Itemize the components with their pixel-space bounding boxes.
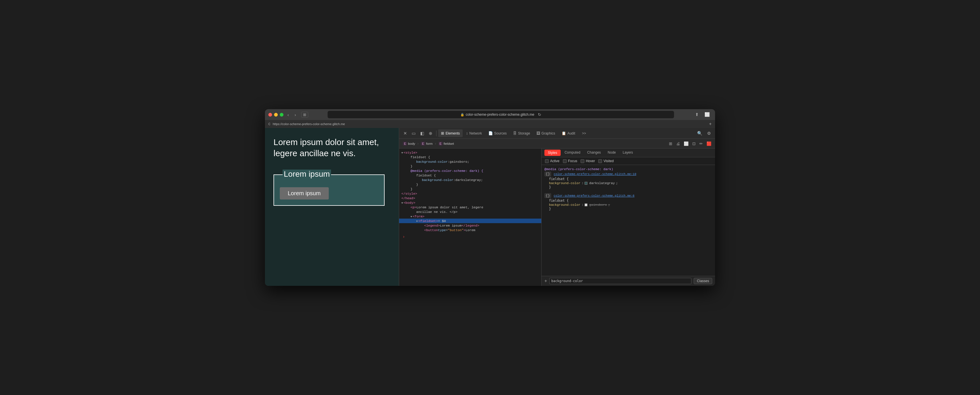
add-tab-button[interactable]: + <box>709 121 712 127</box>
json-icon-2[interactable]: {} <box>544 193 551 198</box>
styles-content[interactable]: @media (prefers-color-scheme: dark) {} c… <box>542 165 715 276</box>
minimize-button[interactable] <box>274 113 278 116</box>
elements-icon: ⊞ <box>441 131 444 135</box>
sources-label: Sources <box>494 131 507 135</box>
rule1-close-brace: } <box>544 185 712 189</box>
el-fieldset-selector[interactable]: fieldset { <box>399 155 541 159</box>
el-brace1[interactable]: } <box>399 164 541 169</box>
el-bg-darkslate[interactable]: background-color: darkslategray; <box>399 178 541 182</box>
close-button[interactable] <box>268 113 272 116</box>
el-fieldset2[interactable]: fieldset { <box>399 173 541 178</box>
reload-button[interactable]: ↻ <box>538 112 541 117</box>
tab-more[interactable]: >> <box>579 130 589 137</box>
console-prompt[interactable]: › <box>399 232 541 241</box>
pseudo-states-bar: Active Focus Hover Visited <box>542 157 715 165</box>
expand-fieldset[interactable]: ▼ <box>416 220 418 223</box>
url-bar[interactable]: 🔒 color-scheme-prefers-color-scheme.glit… <box>328 111 674 118</box>
focus-checkbox[interactable] <box>563 159 566 163</box>
el-style-close[interactable]: </style> <box>399 191 541 196</box>
bc-tool-grid[interactable]: ⊞ <box>668 140 674 147</box>
visited-checkbox[interactable] <box>598 159 602 163</box>
dock-left-button[interactable]: ◧ <box>418 130 426 137</box>
el-button[interactable]: <button type="button" > Lorem <box>399 228 541 232</box>
tab-node[interactable]: Node <box>604 148 619 157</box>
swatch-gainsboro[interactable] <box>585 204 587 206</box>
webpage-fieldset: Lorem ipsum Lorem ipsum <box>274 170 385 206</box>
el-p-text2[interactable]: ancillae ne vis. </p> <box>399 209 541 214</box>
tab-elements[interactable]: ⊞ Elements <box>438 129 463 137</box>
el-brace2[interactable]: } <box>399 182 541 187</box>
pseudo-focus[interactable]: Focus <box>563 159 578 163</box>
share-button[interactable]: ⬆ <box>694 111 700 118</box>
el-p-text[interactable]: <p> Lorem ipsum dolor sit amet, legere <box>399 205 541 209</box>
expand-style[interactable]: ▼ <box>401 151 403 154</box>
swatch-darkslategray[interactable] <box>585 182 587 185</box>
bc-tool-viewport[interactable]: ⬜ <box>682 140 690 147</box>
devtools-close-button[interactable]: ✕ <box>401 130 409 137</box>
rule2-source-link[interactable]: color-scheme-prefers-color-scheme.glitch… <box>554 194 635 198</box>
rule1-source-link[interactable]: color-scheme-prefers-color-scheme.glitch… <box>554 172 636 176</box>
search-button[interactable]: 🔍 <box>695 130 705 137</box>
tab-styles[interactable]: Styles <box>544 150 561 156</box>
bc-tool-color[interactable]: 🟥 <box>705 140 713 147</box>
elements-panel[interactable]: ▼ <style> fieldset { background-color: g… <box>399 148 542 286</box>
url-display-text: color-scheme-prefers-color-scheme.glitch… <box>466 113 535 116</box>
tab-network[interactable]: ↕ Network <box>463 129 485 137</box>
inspector-button[interactable]: ⊕ <box>427 130 434 137</box>
bc-tool-grid2[interactable]: ⊡ <box>691 140 697 147</box>
settings-button[interactable]: ⚙ <box>705 130 713 137</box>
filter-input[interactable] <box>549 278 691 284</box>
tab-url: https://color-scheme-prefers-color-schem… <box>273 122 345 126</box>
tab-storage[interactable]: 🗄 Storage <box>510 129 533 137</box>
bc-tool-pencil[interactable]: ✏ <box>698 140 704 147</box>
lock-icon: 🔒 <box>460 113 465 116</box>
el-bg-gainsboro[interactable]: background-color: gainsboro; <box>399 159 541 164</box>
el-legend[interactable]: <legend> Lorem ipsum </legend> <box>399 223 541 228</box>
tab-sources[interactable]: 📄 Sources <box>485 129 510 137</box>
el-brace3[interactable]: } <box>399 187 541 191</box>
tab-audit[interactable]: 📋 Audit <box>558 129 578 137</box>
el-head-close[interactable]: </head> <box>399 196 541 200</box>
add-rule-button[interactable]: + <box>544 279 547 284</box>
tab-changes[interactable]: Changes <box>584 148 604 157</box>
tab-computed[interactable]: Computed <box>561 148 584 157</box>
classes-button[interactable]: Classes <box>694 278 712 284</box>
json-icon-1[interactable]: {} <box>544 172 551 177</box>
at-rule-dark: @media (prefers-color-scheme: dark) <box>544 167 712 171</box>
active-checkbox[interactable] <box>545 159 549 163</box>
tab-layers[interactable]: Layers <box>619 148 636 157</box>
pseudo-hover[interactable]: Hover <box>581 159 595 163</box>
el-fieldset-selected[interactable]: ▼ <fieldset> = $0 <box>399 218 541 223</box>
toolbar-separator <box>436 131 436 136</box>
maximize-button[interactable] <box>280 113 283 116</box>
dock-bottom-button[interactable]: ▭ <box>410 130 418 137</box>
new-tab-button[interactable]: ⬜ <box>703 111 712 118</box>
expand-form[interactable]: ▼ <box>410 215 412 218</box>
bc-sep1: › <box>417 142 418 146</box>
breadcrumb-fieldset[interactable]: E fieldset <box>437 141 455 146</box>
tab-favicon: C <box>268 123 270 126</box>
bc-tool-print[interactable]: 🖨 <box>675 140 681 147</box>
el-brace1-text: } <box>410 164 412 168</box>
expand-body[interactable]: ▼ <box>401 202 403 205</box>
pseudo-active[interactable]: Active <box>545 159 560 163</box>
back-button[interactable]: ‹ <box>286 112 291 118</box>
hover-checkbox[interactable] <box>581 159 584 163</box>
fieldset-button[interactable]: Lorem ipsum <box>280 187 329 199</box>
prop-bg-color-1[interactable]: background-color <box>549 181 580 185</box>
forward-button[interactable]: › <box>293 112 298 118</box>
active-label: Active <box>550 159 560 163</box>
traffic-lights <box>268 113 283 116</box>
pseudo-visited[interactable]: Visited <box>598 159 614 163</box>
sidebar-toggle-button[interactable]: ⊞ <box>301 112 308 118</box>
el-body-open[interactable]: ▼ <body> <box>399 200 541 205</box>
prop-bg-color-2[interactable]: background-color <box>549 203 580 207</box>
el-style-open[interactable]: ▼ <style> <box>399 150 541 155</box>
el-form-open[interactable]: ▼ <form> <box>399 214 541 218</box>
title-bar: ‹ › ⊞ 🔒 color-scheme-prefers-color-schem… <box>265 109 715 120</box>
breadcrumb-body[interactable]: E body <box>401 141 417 146</box>
tab-graphics[interactable]: 🖼 Graphics <box>534 129 558 137</box>
breadcrumb-form[interactable]: E form <box>419 141 434 146</box>
bc-tools: ⊞ 🖨 ⬜ ⊡ ✏ 🟥 <box>668 140 713 147</box>
el-media-rule[interactable]: @media (prefers-color-scheme: dark) { <box>399 169 541 173</box>
